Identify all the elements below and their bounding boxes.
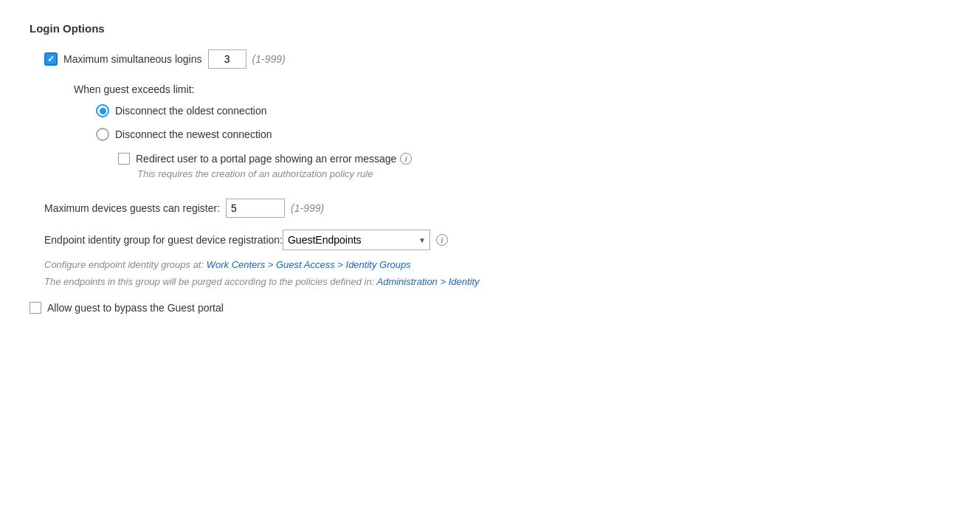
purge-prefix: The endpoints in this group will be purg… [44,276,374,287]
max-devices-label: Maximum devices guests can register: [44,202,220,214]
radio-oldest-label: Disconnect the oldest connection [115,105,266,117]
max-devices-input[interactable] [226,199,285,218]
max-logins-range-hint: (1-999) [252,53,286,65]
when-exceeds-label: When guest exceeds limit: [74,83,194,95]
configure-note: Configure endpoint identity groups at: W… [30,259,950,270]
radio-newest-label: Disconnect the newest connection [115,128,272,140]
section-title: Login Options [30,22,950,35]
max-logins-input[interactable] [208,49,246,69]
radio-newest-connection[interactable] [96,128,109,141]
bypass-checkbox[interactable] [30,302,41,314]
purge-link[interactable]: Administration > Identity [376,276,479,287]
configure-prefix: Configure endpoint identity groups at: [44,259,204,270]
max-logins-label: Maximum simultaneous logins [63,53,202,65]
endpoint-group-label: Endpoint identity group for guest device… [44,234,283,246]
max-devices-row: Maximum devices guests can register: (1-… [30,199,950,218]
endpoint-info-icon[interactable]: i [436,234,448,246]
max-logins-checkbox[interactable]: ✓ [44,52,58,66]
redirect-info-icon[interactable]: i [400,153,412,165]
endpoint-group-row: Endpoint identity group for guest device… [30,230,950,250]
endpoint-group-dropdown-wrapper: GuestEndpoints Blacklist RegisteredDevic… [283,230,430,250]
radio-oldest-connection[interactable] [96,104,109,117]
endpoint-group-select[interactable]: GuestEndpoints Blacklist RegisteredDevic… [283,230,430,250]
configure-link[interactable]: Work Centers > Guest Access > Identity G… [207,259,411,270]
bypass-row: Allow guest to bypass the Guest portal [30,302,950,314]
redirect-label: Redirect user to a portal page showing a… [136,153,396,165]
bypass-label: Allow guest to bypass the Guest portal [47,302,224,314]
max-devices-range-hint: (1-999) [291,202,324,214]
checkmark-icon: ✓ [47,55,55,63]
redirect-note: This requires the creation of an authori… [137,168,373,179]
purge-note: The endpoints in this group will be purg… [30,276,950,287]
redirect-checkbox[interactable] [118,153,130,165]
